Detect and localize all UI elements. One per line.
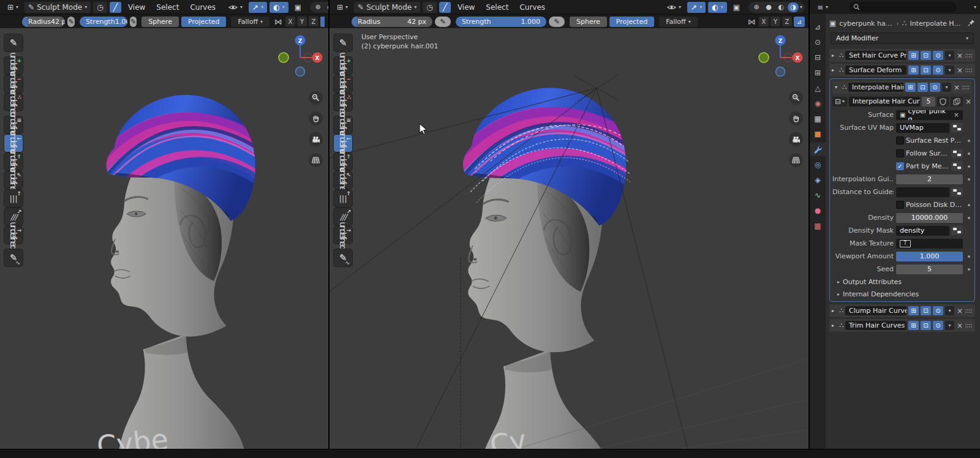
delete-modifier-button[interactable]: × — [956, 321, 963, 330]
gizmo-axis-y[interactable] — [759, 53, 769, 62]
overlays-dropdown[interactable]: ◐ ▾ — [270, 2, 288, 13]
editor-type-button[interactable]: ⊞ ▾ — [4, 2, 22, 13]
symmetry-x-button[interactable]: X — [285, 17, 295, 26]
render-toggle[interactable]: ⊙ — [930, 83, 940, 92]
proportional-edit-icon[interactable]: ⊿ — [794, 17, 805, 27]
symmetry-z-button[interactable]: Z — [309, 17, 318, 26]
falloff-dropdown[interactable]: Falloff ▾ — [231, 17, 270, 27]
strength-pressure-button[interactable]: ✎ — [549, 17, 565, 27]
drag-handle[interactable] — [962, 86, 970, 89]
tool-slide[interactable]: undefined→ — [334, 227, 352, 244]
animate-dot[interactable] — [968, 255, 970, 258]
editor-type-button[interactable]: ⊞ ▾ — [333, 2, 352, 13]
render-toggle[interactable]: ⊙ — [933, 321, 943, 330]
modifier-extras-button[interactable]: ▾ — [945, 66, 954, 75]
tab-output[interactable]: ⊟ — [810, 51, 826, 64]
attribute-socket-icon[interactable] — [951, 123, 963, 132]
modifier-row[interactable]: ▸∴Set Hair Curve Pr...⊞⊡⊙▾× — [829, 49, 975, 62]
tool-puff[interactable]: |||↑ — [4, 190, 23, 207]
symmetry-y-button[interactable]: Y — [297, 17, 307, 26]
stroke-falloff-toggle[interactable]: ╱ — [110, 2, 121, 13]
edit-mode-toggle[interactable]: ⊞ — [908, 51, 919, 60]
shading-wireframe-button[interactable]: ⊕ — [751, 2, 762, 12]
search-input[interactable] — [849, 2, 957, 12]
node-group-name[interactable]: Interpolate Hair Curves — [849, 97, 920, 107]
shading-material-button[interactable]: ◐ — [775, 2, 786, 12]
menu-select[interactable]: Select — [481, 3, 513, 12]
modifier-name[interactable]: Set Hair Curve Pr... — [845, 51, 907, 60]
shading-solid-button[interactable]: ● — [763, 2, 774, 12]
animate-dot[interactable] — [968, 165, 970, 168]
add-modifier-button[interactable]: Add Modifier ▾ — [831, 32, 974, 44]
viewport-display-toggle[interactable]: ⊡ — [918, 83, 928, 92]
visibility-dropdown[interactable]: ▾ — [663, 2, 685, 13]
output-attributes-section[interactable]: ▸ Output Attributes — [832, 276, 972, 288]
shading-rendered-button[interactable]: ◑ — [788, 2, 799, 12]
viewport-display-toggle[interactable]: ⊡ — [921, 306, 931, 315]
render-toggle[interactable]: ⊙ — [933, 51, 943, 60]
timer-toggle[interactable]: ◷ — [423, 2, 436, 13]
tab-world[interactable]: ◉ — [810, 97, 826, 110]
menu-select[interactable]: Select — [152, 3, 183, 12]
render-toggle[interactable]: ⊙ — [933, 66, 943, 75]
internal-dependencies-section[interactable]: ▸ Internal Dependencies — [832, 288, 972, 300]
filter-dropdown-icon[interactable]: ▾ — [974, 4, 976, 10]
tool-density[interactable]: undefined∴ — [334, 94, 352, 111]
part-by-mesh-islands-checkbox[interactable]: ✓ — [896, 162, 904, 170]
editor-type-button[interactable]: ≡ ▾ — [813, 2, 832, 13]
modifier-name[interactable]: Surface Deform — [845, 66, 907, 75]
viewport-display-toggle[interactable]: ⊡ — [921, 66, 931, 75]
follow-surface-normal-checkbox[interactable] — [896, 149, 904, 157]
distance-to-guides-field[interactable] — [896, 187, 949, 197]
modifier-name[interactable]: Clump Hair Curves — [845, 306, 907, 315]
stroke-falloff-toggle[interactable]: ╱ — [439, 2, 451, 13]
viewport-display-toggle[interactable]: ⊡ — [921, 51, 931, 60]
tab-material[interactable]: ● — [810, 204, 826, 217]
animate-dot[interactable] — [968, 217, 970, 219]
uv-map-field[interactable]: UVMap — [896, 123, 949, 133]
falloff-dropdown[interactable]: Falloff ▾ — [659, 17, 698, 27]
modifier-extras-button[interactable]: ▾ — [945, 51, 954, 60]
user-count-button[interactable]: 5 — [922, 97, 935, 107]
tab-modifiers[interactable] — [810, 143, 826, 156]
mode-selector[interactable]: ✎ Sculpt Mode ▾ — [354, 2, 420, 13]
tab-scene[interactable]: △ — [810, 81, 826, 95]
animate-dot[interactable] — [968, 268, 970, 271]
expand-icon[interactable]: ▸ — [832, 308, 837, 313]
expand-icon[interactable]: ▸ — [832, 323, 837, 328]
projected-button[interactable]: Projected — [181, 17, 226, 27]
unlink-button[interactable]: × — [965, 97, 972, 106]
modifier-row[interactable]: ▸∴Trim Hair Curves⊞⊡⊙▾× — [829, 319, 975, 332]
tool-pinch[interactable]: undefined↖ — [4, 171, 23, 189]
collapse-icon[interactable]: ▾ — [835, 84, 840, 90]
attribute-socket-icon[interactable] — [951, 149, 963, 158]
tool-puff[interactable]: |||↑ — [334, 190, 352, 207]
grid-view-button[interactable] — [309, 153, 323, 167]
drag-handle[interactable] — [965, 54, 973, 58]
viewport-amount-slider[interactable]: 1.000 — [896, 252, 963, 261]
surface-object-field[interactable]: ▣ cyber punk g... × — [896, 110, 963, 120]
drag-handle[interactable] — [965, 309, 973, 313]
menu-curves[interactable]: Curves — [515, 3, 549, 12]
delete-modifier-button[interactable]: × — [956, 51, 963, 60]
modifier-row[interactable]: ▸∴Clump Hair Curves⊞⊡⊙▾× — [829, 304, 975, 317]
animate-dot[interactable] — [968, 204, 970, 206]
symmetry-x-button[interactable]: X — [759, 17, 769, 26]
expand-icon[interactable]: ▸ — [832, 53, 837, 58]
gizmos-dropdown[interactable]: ↗ ▾ — [249, 2, 267, 13]
navigation-gizmo[interactable]: Z X — [276, 33, 325, 82]
zoom-tool-button[interactable] — [789, 91, 803, 105]
tab-collection[interactable]: ▦ — [810, 112, 826, 126]
navigation-gizmo[interactable]: Z X — [756, 33, 805, 82]
strength-slider[interactable]: Strength 1.000 — [456, 17, 546, 27]
edit-mode-toggle[interactable]: ⊞ — [908, 66, 919, 75]
gizmo-axis-y[interactable] — [279, 53, 288, 62]
grid-view-button[interactable] — [789, 153, 803, 167]
modifier-name[interactable]: Interpolate Hair ... — [848, 83, 903, 92]
modifier-extras-button[interactable]: ▾ — [942, 83, 951, 92]
gizmos-dropdown[interactable]: ↗ ▾ — [687, 2, 706, 13]
tab-physics[interactable]: ◎ — [810, 158, 826, 171]
render-toggle[interactable]: ⊙ — [933, 306, 943, 315]
modifier-row[interactable]: ▾ ∴ Interpolate Hair ... ⊞ ⊡ ⊙ ▾ × — [832, 81, 972, 94]
tool-slide[interactable]: undefined→ — [4, 227, 23, 244]
